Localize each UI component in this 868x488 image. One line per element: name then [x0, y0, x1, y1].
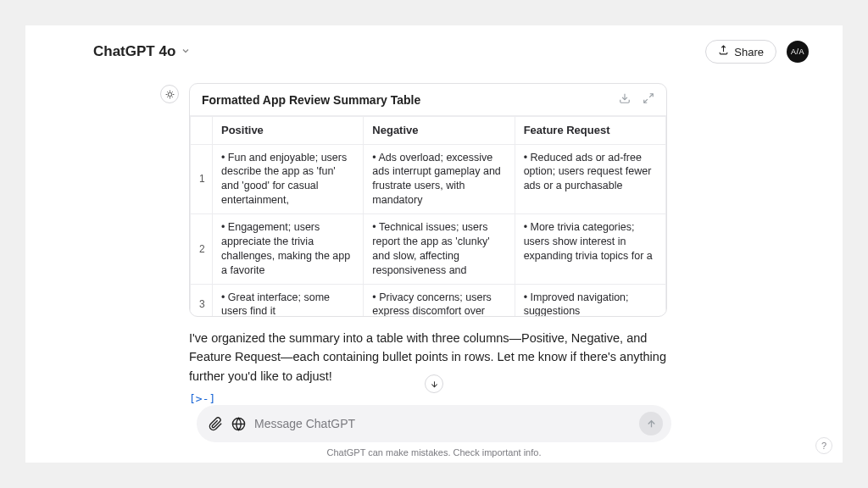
scroll-to-bottom-button[interactable] — [425, 374, 443, 393]
col-negative: Negative — [364, 117, 515, 145]
share-button[interactable]: Share — [705, 40, 776, 64]
top-bar: ChatGPT 4o Share A/A — [25, 25, 843, 69]
svg-line-3 — [649, 94, 653, 97]
table-scroll[interactable]: Positive Negative Feature Request 1 — [190, 116, 666, 316]
openai-icon — [160, 85, 179, 103]
summary-table: Positive Negative Feature Request 1 — [190, 116, 666, 316]
upload-icon — [718, 45, 729, 58]
send-button[interactable] — [639, 412, 663, 435]
top-actions: Share A/A — [705, 40, 809, 64]
composer — [197, 405, 671, 442]
content-area: Formatted App Review Summary Table — [25, 69, 843, 405]
table-row: 1 • Fun and enjoyable; users describe th… — [191, 144, 666, 214]
chevron-down-icon — [181, 43, 191, 60]
col-feature: Feature Request — [515, 117, 665, 145]
card-title: Formatted App Review Summary Table — [202, 93, 420, 107]
svg-point-1 — [168, 92, 171, 96]
col-positive: Positive — [213, 117, 364, 145]
conversation: Formatted App Review Summary Table — [25, 69, 843, 405]
disclaimer: ChatGPT can make mistakes. Check importa… — [327, 442, 542, 459]
model-label: ChatGPT 4o — [93, 43, 175, 60]
download-icon[interactable] — [619, 92, 631, 107]
help-button[interactable]: ? — [815, 437, 832, 454]
globe-icon[interactable] — [231, 417, 246, 431]
expand-icon[interactable] — [643, 92, 654, 107]
code-toggle[interactable]: [>-] — [189, 392, 215, 405]
message-input[interactable] — [254, 417, 631, 430]
model-switcher[interactable]: ChatGPT 4o — [93, 43, 191, 60]
assistant-message: Formatted App Review Summary Table — [192, 69, 667, 405]
avatar[interactable]: A/A — [787, 41, 809, 63]
svg-line-4 — [644, 99, 648, 103]
table-row: 2 • Engagement; users appreciate the tri… — [191, 214, 666, 285]
attach-icon[interactable] — [209, 417, 223, 431]
table-card: Formatted App Review Summary Table — [189, 83, 667, 317]
share-label: Share — [734, 46, 764, 58]
composer-area: ChatGPT can make mistakes. Check importa… — [25, 405, 843, 463]
table-row: 3 • Great interface; some users find it … — [191, 284, 666, 316]
